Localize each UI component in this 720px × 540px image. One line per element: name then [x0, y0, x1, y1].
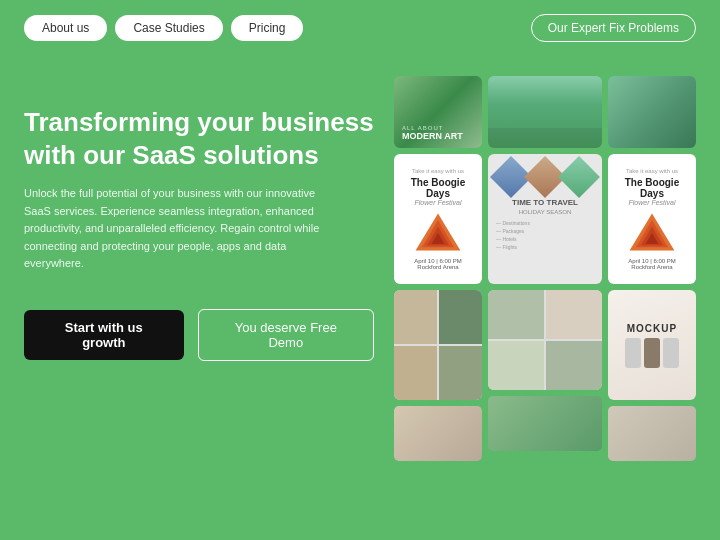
- nav-about-btn[interactable]: About us: [24, 15, 107, 41]
- travel-list-item: — Packages: [496, 227, 594, 235]
- mockup-phone-2: [644, 338, 660, 368]
- modern-art-card: ALL ABOUT MODERN ART: [394, 76, 482, 148]
- free-demo-button[interactable]: You deserve Free Demo: [198, 309, 374, 361]
- collage2-cell-1: [488, 290, 544, 339]
- collage-card: [394, 290, 482, 400]
- hero-section: Transforming your business with our SaaS…: [0, 76, 720, 461]
- boogie-title-1: The Boogie Days: [402, 177, 474, 199]
- boogie-subtitle-2: Flower Festival: [628, 199, 675, 206]
- nav-left: About us Case Studies Pricing: [24, 15, 303, 41]
- collage-card-2: [488, 290, 602, 390]
- travel-list-item: — Flights: [496, 243, 594, 251]
- boogie-date-1: April 10 | 6:00 PM Rockford Arena: [402, 258, 474, 270]
- collage2-cell-4: [546, 341, 602, 390]
- travel-list-item: — Hotels: [496, 235, 594, 243]
- thumb-card-2: [488, 396, 602, 451]
- travel-title: TIME TO TRAVEL: [496, 198, 594, 207]
- collage-cell-3: [394, 346, 437, 400]
- nav-case-btn[interactable]: Case Studies: [115, 15, 222, 41]
- nav-cta-btn[interactable]: Our Expert Fix Problems: [531, 14, 696, 42]
- mockup-phone-3: [663, 338, 679, 368]
- boogie-days-card-2: Take it easy with us The Boogie Days Flo…: [608, 154, 696, 284]
- boogie-date-2: April 10 | 6:00 PM Rockford Arena: [616, 258, 688, 270]
- hero-buttons: Start with us growth You deserve Free De…: [24, 309, 374, 361]
- nav-pricing-btn[interactable]: Pricing: [231, 15, 304, 41]
- boogie-triangle-1: [413, 212, 463, 252]
- travel-subtitle: HOLIDAY SEASON: [496, 209, 594, 215]
- boogie-top-text-1: Take it easy with us: [412, 168, 464, 174]
- boogie-days-card-1: Take it easy with us The Boogie Days Flo…: [394, 154, 482, 284]
- navbar: About us Case Studies Pricing Our Expert…: [0, 0, 720, 56]
- mockup-title: MOCKUP: [627, 323, 677, 334]
- thumb-card-3: [608, 406, 696, 461]
- travel-list: — Destinations — Packages — Hotels — Fli…: [496, 219, 594, 251]
- collage2-cell-3: [488, 341, 544, 390]
- hero-left: Transforming your business with our SaaS…: [24, 76, 394, 461]
- modern-art-text: ALL ABOUT MODERN ART: [402, 125, 463, 142]
- boogie-top-text-2: Take it easy with us: [626, 168, 678, 174]
- mockup-card: MOCKUP: [608, 290, 696, 400]
- collage-cell-1: [394, 290, 437, 344]
- travel-card: TIME TO TRAVEL HOLIDAY SEASON — Destinat…: [488, 154, 602, 284]
- thumb-card-1: [394, 406, 482, 461]
- collage2-cell-2: [546, 290, 602, 339]
- boogie-subtitle-1: Flower Festival: [414, 199, 461, 206]
- mockup-phones: [625, 338, 679, 368]
- abstract-card: [608, 76, 696, 148]
- nav-right: Our Expert Fix Problems: [531, 14, 696, 42]
- cards-col-2: TIME TO TRAVEL HOLIDAY SEASON — Destinat…: [488, 76, 602, 461]
- start-growth-button[interactable]: Start with us growth: [24, 310, 184, 360]
- hero-description: Unlock the full potential of your busine…: [24, 185, 334, 273]
- modern-art-title: MODERN ART: [402, 131, 463, 142]
- diamond-3: [558, 156, 600, 198]
- travel-diamonds: [496, 162, 594, 192]
- landscape-card: [488, 76, 602, 148]
- collage-cell-4: [439, 346, 482, 400]
- boogie-title-2: The Boogie Days: [616, 177, 688, 199]
- boogie-triangle-2: [627, 212, 677, 252]
- collage-cell-2: [439, 290, 482, 344]
- cards-col-1: ALL ABOUT MODERN ART Take it easy with u…: [394, 76, 482, 461]
- hero-title: Transforming your business with our SaaS…: [24, 106, 374, 171]
- travel-list-item: — Destinations: [496, 219, 594, 227]
- cards-grid: ALL ABOUT MODERN ART Take it easy with u…: [394, 76, 696, 461]
- mockup-phone-1: [625, 338, 641, 368]
- cards-col-3: Take it easy with us The Boogie Days Flo…: [608, 76, 696, 461]
